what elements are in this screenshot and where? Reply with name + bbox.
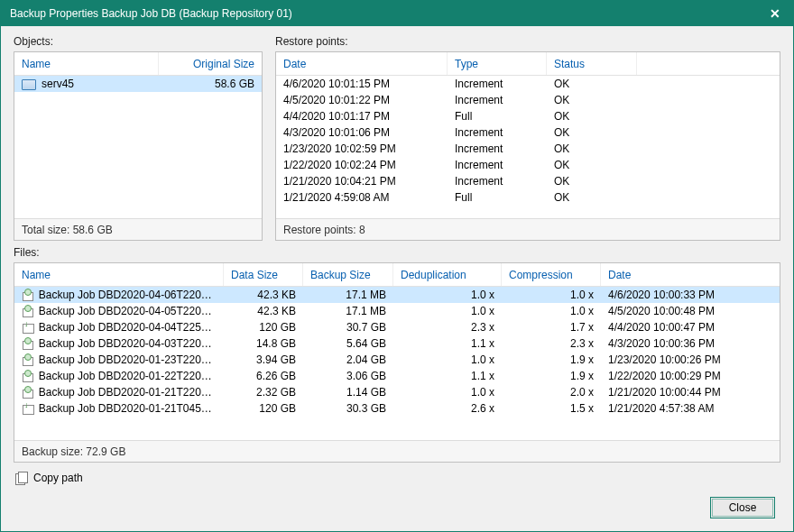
increment-backup-icon — [22, 386, 33, 399]
objects-label: Objects: — [14, 35, 263, 48]
objects-panel: Name Original Size serv4558.6 GB Total s… — [14, 51, 263, 241]
files-body: Backup Job DBD2020-04-06T220033_...42.3 … — [14, 287, 780, 440]
increment-backup-icon — [22, 370, 33, 382]
files-header-dedup[interactable]: Deduplication — [393, 263, 502, 286]
files-row[interactable]: Backup Job DBD2020-01-21T220044_...2.32 … — [14, 384, 780, 400]
files-label: Files: — [14, 246, 780, 259]
restore-header-type[interactable]: Type — [448, 52, 547, 75]
bottom-bar: Close — [14, 493, 780, 524]
files-row[interactable]: Backup Job DBD2020-01-22T220029_...6.26 … — [14, 368, 780, 384]
files-row[interactable]: Backup Job DBD2020-04-05T220048_...42.3 … — [14, 303, 780, 319]
copy-icon — [15, 472, 28, 484]
close-icon[interactable]: ✕ — [766, 6, 784, 21]
files-header-datasize[interactable]: Data Size — [224, 263, 303, 286]
objects-header-size[interactable]: Original Size — [159, 52, 262, 75]
restore-row[interactable]: 1/21/2020 4:59:08 AMFullOK — [276, 189, 780, 206]
full-backup-icon — [22, 402, 33, 415]
files-header-name[interactable]: Name — [14, 263, 224, 286]
restore-row[interactable]: 1/22/2020 10:02:24 PMIncrementOK — [276, 157, 780, 173]
increment-backup-icon — [22, 289, 33, 301]
window-title: Backup Properties Backup Job DB (Backup … — [10, 7, 766, 20]
restore-row[interactable]: 4/5/2020 10:01:22 PMIncrementOK — [276, 92, 780, 108]
dialog-window: Backup Properties Backup Job DB (Backup … — [0, 0, 794, 532]
top-row: Objects: Name Original Size serv4558.6 G… — [14, 35, 780, 241]
restore-row[interactable]: 1/21/2020 10:04:21 PMIncrementOK — [276, 173, 780, 189]
files-row[interactable]: Backup Job DBD2020-04-04T225607_...120 G… — [14, 319, 780, 335]
files-header-backupsize[interactable]: Backup Size — [303, 263, 393, 286]
restore-header-spacer — [637, 52, 780, 75]
restore-row[interactable]: 4/6/2020 10:01:15 PMIncrementOK — [276, 76, 780, 92]
files-row[interactable]: Backup Job DBD2020-01-21T045738_...120 G… — [14, 400, 780, 417]
increment-backup-icon — [22, 337, 33, 350]
files-footer: Backup size: 72.9 GB — [14, 440, 780, 462]
restore-label: Restore points: — [275, 35, 780, 48]
restore-header-status[interactable]: Status — [547, 52, 637, 75]
files-row[interactable]: Backup Job DBD2020-04-06T220033_...42.3 … — [14, 287, 780, 303]
restore-header: Date Type Status — [276, 52, 780, 76]
files-panel: Name Data Size Backup Size Deduplication… — [14, 262, 780, 463]
objects-column: Objects: Name Original Size serv4558.6 G… — [14, 35, 263, 241]
objects-row[interactable]: serv4558.6 GB — [14, 76, 262, 92]
restore-row[interactable]: 4/4/2020 10:01:17 PMFullOK — [276, 108, 780, 124]
restore-row[interactable]: 4/3/2020 10:01:06 PMIncrementOK — [276, 124, 780, 141]
increment-backup-icon — [22, 353, 33, 366]
vm-icon — [22, 79, 36, 90]
objects-header-name[interactable]: Name — [14, 52, 159, 75]
increment-backup-icon — [22, 305, 33, 317]
files-section: Files: Name Data Size Backup Size Dedupl… — [14, 246, 780, 463]
close-button[interactable]: Close — [710, 497, 775, 518]
copy-path-button[interactable]: Copy path — [14, 468, 85, 488]
restore-row[interactable]: 1/23/2020 10:02:59 PMIncrementOK — [276, 141, 780, 157]
full-backup-icon — [22, 321, 33, 334]
copy-path-label: Copy path — [33, 472, 83, 484]
dialog-content: Objects: Name Original Size serv4558.6 G… — [1, 26, 793, 531]
files-row[interactable]: Backup Job DBD2020-04-03T220036_...14.8 … — [14, 335, 780, 352]
files-header-compression[interactable]: Compression — [502, 263, 601, 286]
restore-body: 4/6/2020 10:01:15 PMIncrementOK4/5/2020 … — [276, 76, 780, 218]
restore-footer: Restore points: 8 — [276, 218, 780, 240]
titlebar[interactable]: Backup Properties Backup Job DB (Backup … — [1, 1, 793, 26]
files-row[interactable]: Backup Job DBD2020-01-23T220026_...3.94 … — [14, 352, 780, 368]
restore-panel: Date Type Status 4/6/2020 10:01:15 PMInc… — [275, 51, 780, 241]
files-header-date[interactable]: Date — [601, 263, 780, 286]
restore-header-date[interactable]: Date — [276, 52, 448, 75]
objects-footer: Total size: 58.6 GB — [14, 218, 262, 240]
objects-body: serv4558.6 GB — [14, 76, 262, 218]
close-button-label: Close — [729, 501, 757, 514]
objects-header: Name Original Size — [14, 52, 262, 76]
files-header: Name Data Size Backup Size Deduplication… — [14, 263, 780, 287]
restore-column: Restore points: Date Type Status 4/6/202… — [275, 35, 780, 241]
